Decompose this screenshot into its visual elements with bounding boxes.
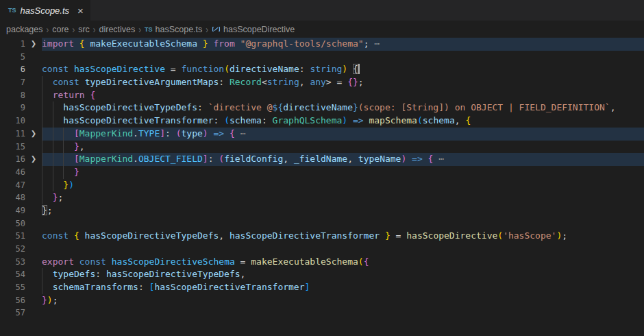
breadcrumb-item-packages[interactable]: packages <box>6 25 43 34</box>
code-token: , <box>299 77 310 87</box>
code-line[interactable]: 50 <box>0 217 644 230</box>
code-token <box>42 269 53 279</box>
breadcrumb-item-symbol[interactable]: hasScopeDirective <box>223 25 295 34</box>
fold-spacer <box>25 191 42 204</box>
code-token: ] <box>203 154 208 164</box>
code-line[interactable]: 52 <box>0 243 644 256</box>
code-token: ( <box>417 115 423 125</box>
fold-chevron-icon[interactable]: ❯ <box>25 38 42 51</box>
code-line[interactable]: 54 typeDefs: hasScopeDirectiveTypeDefs, <box>0 268 644 281</box>
fold-chevron-icon[interactable]: ❯ <box>25 128 42 141</box>
code-token: string <box>267 77 299 87</box>
line-number: 15 <box>0 141 25 154</box>
code-line[interactable]: 15 }, <box>0 141 644 154</box>
gutter: 50 <box>0 217 42 230</box>
code-token <box>42 77 53 87</box>
breadcrumb-item-file[interactable]: hasScope.ts <box>156 25 203 34</box>
code-token: } <box>42 205 47 215</box>
code-line[interactable]: 9 hasScopeDirectiveTypeDefs: `directive … <box>0 101 644 115</box>
code-line[interactable]: 1❯import { makeExecutableSchema } from "… <box>0 38 644 51</box>
code-token: : <box>95 269 106 279</box>
fold-spacer <box>25 230 42 243</box>
fold-chevron-icon[interactable]: ❯ <box>25 153 42 166</box>
breadcrumb-item-directives[interactable]: directives <box>99 25 136 34</box>
code-token: schema <box>230 115 262 125</box>
tab-hasscope[interactable]: TS hasScope.ts × <box>0 0 90 21</box>
code-token: hasScopeDirectiveTransformer <box>154 282 304 292</box>
code-line[interactable]: 11❯ [MapperKind.TYPE]: (type) => { ⋯ <box>0 128 644 141</box>
code-line[interactable]: 16❯ [MapperKind.OBJECT_FIELD]: (fieldCon… <box>0 153 644 166</box>
code-token: ) <box>69 180 74 190</box>
fold-spacer <box>25 141 42 154</box>
gutter: 57 <box>0 307 42 320</box>
code-line[interactable]: 46 } <box>0 166 644 179</box>
breadcrumb-item-src[interactable]: src <box>78 25 90 34</box>
line-number: 50 <box>0 217 25 230</box>
code-line[interactable]: 57 <box>0 307 644 320</box>
code-token: OBJECT_FIELD <box>138 154 203 164</box>
code-line[interactable]: 8 return { <box>0 89 644 102</box>
code-token: hasScopeDirectiveTransformer <box>230 230 380 241</box>
code-line-text <box>42 243 644 256</box>
code-line[interactable]: 7 const typeDirectiveArgumentMaps: Recor… <box>0 76 644 89</box>
code-line[interactable]: 10 hasScopeDirectiveTransformer: (schema… <box>0 115 644 128</box>
text-cursor <box>358 64 360 74</box>
code-line[interactable]: 56}); <box>0 294 644 307</box>
code-line[interactable]: 48 }; <box>0 191 644 204</box>
code-token <box>42 154 74 164</box>
code-token: { <box>79 38 85 49</box>
fold-spacer <box>25 76 42 89</box>
code-editor[interactable]: 1❯import { makeExecutableSchema } from "… <box>0 38 644 320</box>
line-number: 55 <box>0 281 25 294</box>
code-token: ] <box>305 282 310 292</box>
line-number: 57 <box>0 307 25 320</box>
breadcrumb-item-core[interactable]: core <box>52 25 69 34</box>
line-number: 10 <box>0 115 25 128</box>
code-token: MapperKind <box>79 154 133 164</box>
code-line[interactable]: 6const hasScopeDirective = function(dire… <box>0 63 644 76</box>
code-token: } <box>203 38 208 49</box>
code-token: , <box>219 230 230 241</box>
code-line-text: return { <box>42 89 644 102</box>
fold-spacer <box>25 281 42 294</box>
code-lines: 1❯import { makeExecutableSchema } from "… <box>0 38 644 320</box>
line-number: 52 <box>0 243 25 256</box>
typescript-file-icon: TS <box>145 26 153 33</box>
code-token: ( <box>497 230 503 241</box>
fold-spacer <box>25 179 42 192</box>
code-line[interactable]: 51const { hasScopeDirectiveTypeDefs, has… <box>0 230 644 243</box>
code-line-text: }; <box>42 204 644 217</box>
fold-spacer <box>25 204 42 217</box>
gutter: 5 <box>0 51 42 64</box>
code-token: const <box>53 77 85 87</box>
gutter: 48 <box>0 191 42 204</box>
code-token: const <box>42 64 74 74</box>
code-line[interactable]: 5 <box>0 51 644 64</box>
code-token: } <box>74 141 79 152</box>
tab-close-icon[interactable]: × <box>77 5 84 16</box>
code-line[interactable]: 47 }) <box>0 179 644 192</box>
line-number: 51 <box>0 230 25 243</box>
code-token: return <box>53 90 90 100</box>
line-number: 46 <box>0 166 25 179</box>
fold-spacer <box>25 256 42 269</box>
code-token: , <box>455 115 466 125</box>
code-token <box>42 192 53 202</box>
code-token: fieldConfig <box>224 154 283 164</box>
code-token: export <box>42 256 79 267</box>
code-line-text: const { hasScopeDirectiveTypeDefs, hasSc… <box>42 230 644 243</box>
gutter: 8 <box>0 89 42 102</box>
code-line-text <box>42 307 644 320</box>
fold-spacer <box>25 101 42 115</box>
code-line[interactable]: 55 schemaTransforms: [hasScopeDirectiveT… <box>0 281 644 294</box>
code-line[interactable]: 53export const hasScopeDirectiveSchema =… <box>0 256 644 269</box>
code-line[interactable]: 49}; <box>0 204 644 217</box>
code-token: } <box>385 230 391 241</box>
indent-guide <box>42 153 42 166</box>
code-line-text: }, <box>42 141 644 154</box>
gutter: 15 <box>0 141 42 154</box>
code-token: ; <box>58 192 63 202</box>
code-token: ; <box>358 77 364 87</box>
code-token: type <box>182 128 203 139</box>
code-token: "@graphql-tools/schema" <box>240 38 364 49</box>
